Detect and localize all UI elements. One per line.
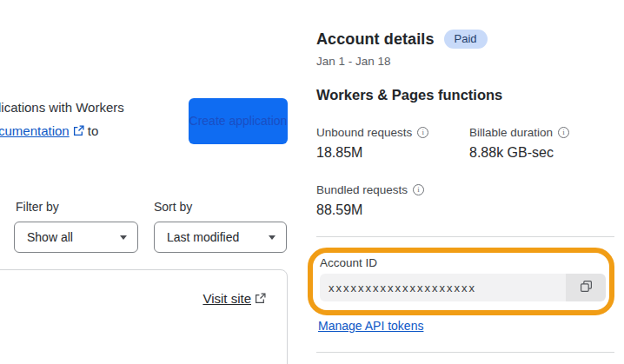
billable-duration-label: Billable duration i: [469, 126, 569, 139]
copy-button[interactable]: [566, 274, 606, 301]
bundled-requests-value: 88.59M: [316, 202, 362, 218]
account-id-field-group: [320, 274, 606, 301]
info-icon[interactable]: i: [558, 127, 569, 138]
bundled-requests-label: Bundled requests i: [316, 183, 424, 196]
chevron-down-icon: [269, 235, 275, 240]
external-link-icon: [73, 120, 84, 143]
project-card: Visit site: [0, 269, 288, 364]
unbound-requests-label: Unbound requests i: [316, 126, 428, 139]
visit-site-row: Visit site: [202, 291, 269, 307]
functions-section-title: Workers & Pages functions: [316, 87, 502, 103]
filter-by-label: Filter by: [16, 200, 59, 214]
visit-site-link[interactable]: Visit site: [202, 291, 251, 306]
info-icon[interactable]: i: [417, 127, 428, 138]
sort-select-value: Last modified: [167, 230, 262, 244]
create-application-button[interactable]: Create application: [189, 98, 288, 144]
documentation-link[interactable]: cumentation: [0, 123, 70, 138]
divider: [316, 352, 614, 353]
divider: [316, 236, 614, 237]
intro-paragraph: lications with Workers cumentationto: [0, 96, 198, 143]
manage-api-tokens-link[interactable]: Manage API tokens: [318, 319, 423, 333]
date-range: Jan 1 - Jan 18: [316, 55, 391, 68]
paid-badge: Paid: [444, 30, 488, 49]
filter-select-value: Show all: [27, 230, 113, 244]
workers-pages-overview-page: lications with Workers cumentationto Cre…: [0, 0, 624, 364]
sort-select[interactable]: Last modified: [154, 222, 287, 253]
billable-duration-value: 8.88k GB-sec: [469, 145, 554, 161]
sort-by-label: Sort by: [154, 200, 192, 214]
account-id-input[interactable]: [320, 274, 566, 301]
unbound-requests-value: 18.85M: [316, 145, 362, 161]
external-link-icon: [255, 292, 266, 307]
info-icon[interactable]: i: [413, 184, 424, 195]
account-details-title: Account details: [316, 30, 435, 49]
account-details-panel: Account details Paid Jan 1 - Jan 18 Work…: [316, 0, 614, 364]
intro-text-line1: lications with Workers: [0, 100, 124, 115]
chevron-down-icon: [120, 235, 127, 240]
intro-text-suffix: to: [88, 123, 99, 138]
filter-select[interactable]: Show all: [14, 222, 138, 253]
account-id-label: Account ID: [320, 256, 377, 269]
copy-icon: [580, 280, 593, 295]
